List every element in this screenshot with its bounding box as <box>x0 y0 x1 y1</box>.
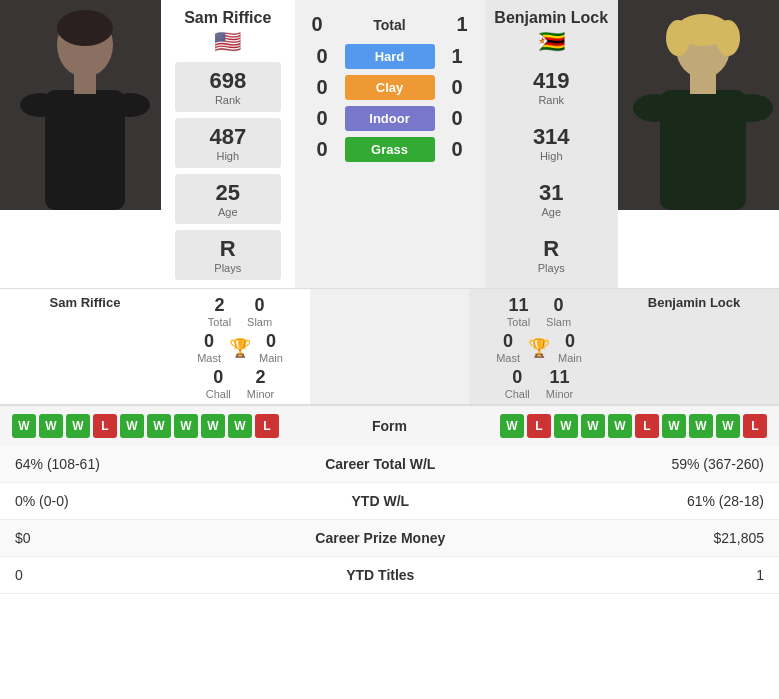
left-player-name: Sam Riffice <box>184 9 271 26</box>
clay-score-right: 0 <box>435 76 480 99</box>
left-total-slam: 2 Total 0 Slam <box>208 295 272 328</box>
left-trophy-icon: 🏆 <box>229 337 251 359</box>
form-right-badge-8: W <box>716 414 740 438</box>
right-plays-value: R <box>508 236 594 262</box>
left-chall-row: 0 Chall 2 Minor <box>206 367 275 400</box>
form-left: WWWLWWWWWL <box>12 414 330 438</box>
hard-score-left: 0 <box>300 45 345 68</box>
left-mast-row: 0 Mast 🏆 0 Main <box>197 331 283 364</box>
grass-badge: Grass <box>345 137 435 162</box>
surface-row-indoor: 0 Indoor 0 <box>295 106 485 131</box>
left-title-stats: 2 Total 0 Slam 0 Mast 🏆 0 Main <box>170 289 310 404</box>
total-label: Total <box>340 17 440 33</box>
form-left-badge-9: L <box>255 414 279 438</box>
form-center-label: Form <box>330 418 450 434</box>
grass-score-right: 0 <box>435 138 480 161</box>
stats-row-0: 64% (108-61)Career Total W/L59% (367-260… <box>0 446 779 483</box>
right-rank-label: Rank <box>508 94 594 106</box>
right-minor-cell: 11 Minor <box>546 367 574 400</box>
form-left-badge-5: W <box>147 414 171 438</box>
grass-score-left: 0 <box>300 138 345 161</box>
right-total-cell: 11 Total <box>507 295 530 328</box>
left-high-label: High <box>185 150 271 162</box>
hard-score-right: 1 <box>435 45 480 68</box>
left-age-value: 25 <box>185 180 271 206</box>
right-age-value: 31 <box>508 180 594 206</box>
left-main-cell: 0 Main <box>259 331 283 364</box>
svg-point-6 <box>110 93 150 117</box>
center-empty <box>310 289 469 404</box>
stats-left-2: $0 <box>0 520 270 557</box>
svg-rect-13 <box>690 74 716 94</box>
left-player-photo <box>0 0 161 210</box>
stats-center-2: Career Prize Money <box>270 520 490 557</box>
form-left-badge-8: W <box>228 414 252 438</box>
right-high-box: 314 High <box>498 118 604 168</box>
left-minor-cell: 2 Minor <box>247 367 275 400</box>
form-right-badge-4: W <box>608 414 632 438</box>
player-comparison: Sam Riffice 🇺🇸 698 Rank 487 High 25 Age … <box>0 0 779 288</box>
form-right: WLWWWLWWWL <box>450 414 768 438</box>
surface-row-hard: 0 Hard 1 <box>295 44 485 69</box>
right-title-stats: 11 Total 0 Slam 0 Mast 🏆 0 Main <box>469 289 609 404</box>
right-player-name-section: Benjamin Lock <box>494 5 608 29</box>
left-chall-cell: 0 Chall <box>206 367 231 400</box>
right-mast-row: 0 Mast 🏆 0 Main <box>496 331 582 364</box>
form-right-badge-1: L <box>527 414 551 438</box>
left-player-name-section: Sam Riffice <box>184 5 271 29</box>
total-score-right: 1 <box>440 13 485 36</box>
stats-row-1: 0% (0-0)YTD W/L61% (28-18) <box>0 483 779 520</box>
right-flag: 🇿🇼 <box>538 29 565 55</box>
left-flag: 🇺🇸 <box>214 29 241 55</box>
right-total-slam: 11 Total 0 Slam <box>507 295 571 328</box>
stats-center-0: Career Total W/L <box>270 446 490 483</box>
right-chall-row: 0 Chall 11 Minor <box>505 367 574 400</box>
right-plays-label: Plays <box>508 262 594 274</box>
right-player-name: Benjamin Lock <box>494 9 608 26</box>
left-below-photo: Sam Riffice <box>0 289 170 404</box>
player-stats-section: Sam Riffice 2 Total 0 Slam 0 Mast 🏆 <box>0 288 779 404</box>
form-left-badge-0: W <box>12 414 36 438</box>
right-high-label: High <box>508 150 594 162</box>
right-mast-cell: 0 Mast <box>496 331 520 364</box>
surface-row-clay: 0 Clay 0 <box>295 75 485 100</box>
stats-row-2: $0Career Prize Money$21,805 <box>0 520 779 557</box>
right-rank-box: 419 Rank <box>498 62 604 112</box>
stats-right-0: 59% (367-260) <box>490 446 779 483</box>
svg-point-5 <box>20 93 60 117</box>
form-right-badge-6: W <box>662 414 686 438</box>
right-plays-box: R Plays <box>498 230 604 280</box>
indoor-score-right: 0 <box>435 107 480 130</box>
left-player-info: Sam Riffice 🇺🇸 698 Rank 487 High 25 Age … <box>161 0 294 288</box>
form-left-badge-6: W <box>174 414 198 438</box>
stats-left-3: 0 <box>0 557 270 594</box>
right-silhouette <box>618 0 779 210</box>
left-total-cell: 2 Total <box>208 295 231 328</box>
svg-point-11 <box>716 20 740 56</box>
stats-left-1: 0% (0-0) <box>0 483 270 520</box>
center-column: 0 Total 1 0 Hard 1 0 Clay 0 0 Indoor 0 <box>295 0 485 288</box>
form-left-badge-4: W <box>120 414 144 438</box>
form-left-badge-7: W <box>201 414 225 438</box>
left-plays-box: R Plays <box>175 230 281 280</box>
left-plays-value: R <box>185 236 271 262</box>
total-row: 0 Total 1 <box>295 13 485 36</box>
form-left-badge-3: L <box>93 414 117 438</box>
svg-point-14 <box>633 94 677 122</box>
form-right-badge-7: W <box>689 414 713 438</box>
form-right-badge-5: L <box>635 414 659 438</box>
svg-point-10 <box>666 20 690 56</box>
svg-rect-4 <box>74 72 96 94</box>
right-name-below: Benjamin Lock <box>648 295 740 310</box>
surface-row-grass: 0 Grass 0 <box>295 137 485 162</box>
form-left-badge-2: W <box>66 414 90 438</box>
right-slam-cell: 0 Slam <box>546 295 571 328</box>
form-right-badge-0: W <box>500 414 524 438</box>
form-right-badge-3: W <box>581 414 605 438</box>
right-trophy-icon: 🏆 <box>528 337 550 359</box>
stats-right-3: 1 <box>490 557 779 594</box>
main-container: Sam Riffice 🇺🇸 698 Rank 487 High 25 Age … <box>0 0 779 594</box>
hard-badge: Hard <box>345 44 435 69</box>
svg-point-15 <box>729 94 773 122</box>
right-age-label: Age <box>508 206 594 218</box>
